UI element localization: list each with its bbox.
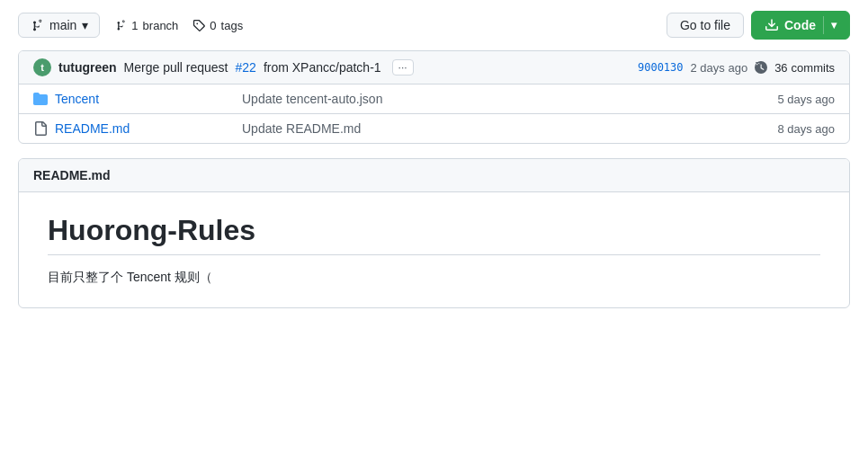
file-age-tencent: 5 days ago — [777, 93, 835, 106]
commits-label: commits — [792, 61, 835, 75]
tags-link[interactable]: 0 tags — [192, 19, 243, 32]
tags-count: 0 — [210, 19, 216, 32]
commit-bar: t tutugreen Merge pull request #22 from … — [19, 51, 849, 84]
commit-time: 2 days ago — [691, 61, 748, 75]
toolbar-left: main ▾ 1 branch 0 tags — [18, 13, 243, 38]
code-btn-divider — [823, 16, 824, 34]
tags-text: tags — [221, 19, 244, 32]
toolbar-right: Go to file Code ▾ — [667, 11, 850, 40]
branches-text: branch — [143, 19, 179, 32]
branch-selector[interactable]: main ▾ — [18, 13, 100, 38]
readme-text: 目前只整了个 Tencent 规则（ — [48, 270, 820, 286]
tags-icon — [192, 19, 205, 31]
branches-link[interactable]: 1 branch — [114, 19, 178, 32]
commit-message-suffix: from XPancc/patch-1 — [264, 60, 381, 75]
commit-bar-right: 9000130 2 days ago 36 commits — [638, 61, 835, 75]
branch-dropdown-icon: ▾ — [82, 18, 88, 32]
branch-name: main — [49, 18, 76, 32]
readme-box: README.md Huorong-Rules 目前只整了个 Tencent 规… — [18, 158, 850, 308]
file-age-readme: 8 days ago — [777, 122, 835, 136]
commit-ellipsis[interactable]: ··· — [392, 59, 414, 76]
file-commit-msg-readme: Update README.md — [242, 121, 770, 136]
commit-author[interactable]: tutugreen — [58, 60, 117, 75]
toolbar: main ▾ 1 branch 0 tags Go to file Code ▾ — [18, 11, 850, 40]
commit-pr-link[interactable]: #22 — [236, 60, 256, 75]
readme-body: Huorong-Rules 目前只整了个 Tencent 规则（ — [19, 192, 849, 307]
branches-icon — [114, 19, 127, 31]
file-name-tencent[interactable]: Tencent — [55, 92, 235, 106]
download-icon — [765, 18, 779, 32]
go-to-file-button[interactable]: Go to file — [667, 13, 744, 38]
file-commit-msg-tencent: Update tencent-auto.json — [242, 92, 770, 106]
readme-title: Huorong-Rules — [48, 214, 820, 255]
code-btn-caret: ▾ — [831, 19, 837, 31]
branches-count: 1 — [131, 19, 138, 32]
code-button[interactable]: Code ▾ — [751, 11, 850, 40]
file-row-tencent: Tencent Update tencent-auto.json 5 days … — [19, 84, 849, 114]
readme-header: README.md — [19, 159, 849, 192]
folder-icon — [33, 92, 48, 106]
commits-count: 36 — [774, 61, 787, 75]
code-label: Code — [784, 18, 816, 32]
file-row-readme: README.md Update README.md 8 days ago — [19, 114, 849, 143]
commits-link[interactable]: 36 commits — [774, 61, 835, 75]
commit-bar-left: t tutugreen Merge pull request #22 from … — [33, 58, 414, 76]
branch-icon — [30, 18, 44, 32]
history-icon — [755, 61, 767, 74]
repo-box: t tutugreen Merge pull request #22 from … — [18, 50, 850, 144]
commit-hash-link[interactable]: 9000130 — [638, 61, 684, 74]
file-name-readme[interactable]: README.md — [55, 121, 235, 136]
file-icon — [33, 121, 48, 136]
commit-message-prefix: Merge pull request — [124, 60, 228, 75]
avatar: t — [33, 58, 51, 76]
